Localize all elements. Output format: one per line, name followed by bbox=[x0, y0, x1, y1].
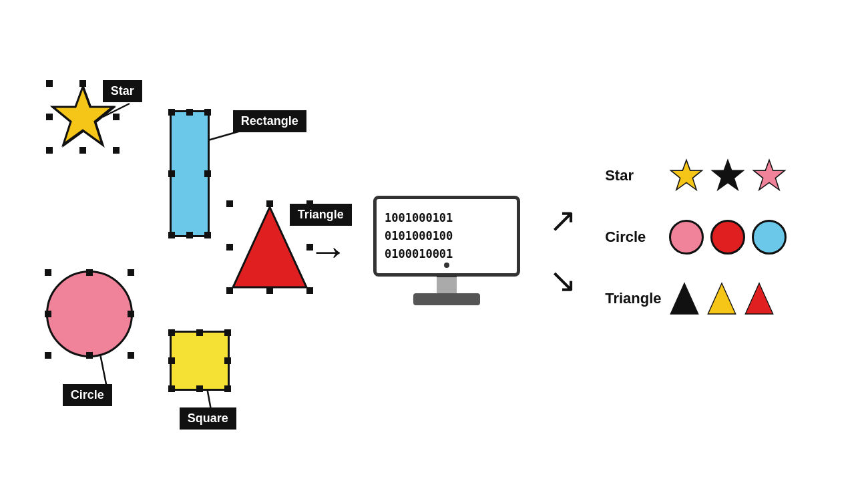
handle-tm bbox=[186, 109, 193, 116]
handle-br bbox=[306, 287, 313, 294]
binary-line-3: 0100010001 bbox=[385, 245, 509, 263]
handle-bm bbox=[86, 352, 93, 359]
double-arrow: ↗ ↘ bbox=[549, 204, 577, 297]
right-triangle-yellow bbox=[706, 281, 737, 316]
square-group bbox=[170, 331, 230, 391]
handle-tm bbox=[196, 329, 203, 336]
monitor-screen: 1001000101 0101000100 0100010001 bbox=[373, 196, 520, 277]
monitor-base bbox=[373, 277, 520, 305]
handle-tl bbox=[226, 200, 233, 207]
binary-line-1: 1001000101 bbox=[385, 209, 509, 227]
right-circle-label: Circle bbox=[605, 228, 658, 246]
right-star-black bbox=[710, 158, 745, 193]
star-label-box: Star bbox=[103, 80, 142, 102]
right-row-triangle: Triangle bbox=[605, 281, 832, 316]
handle-br bbox=[128, 352, 134, 359]
triangle-shapes-group bbox=[669, 281, 775, 316]
handle-ml bbox=[226, 244, 233, 251]
rectangle-label-box: Rectangle bbox=[233, 110, 306, 132]
handle-ml bbox=[45, 311, 51, 317]
handle-tr bbox=[204, 109, 211, 116]
svg-marker-7 bbox=[671, 160, 702, 190]
arrow-to-monitor: → bbox=[308, 228, 348, 274]
arrow-down: ↘ bbox=[549, 264, 577, 297]
monitor-neck bbox=[437, 277, 457, 293]
right-circle-blue bbox=[752, 220, 787, 255]
svg-marker-10 bbox=[670, 283, 698, 314]
right-triangle-red bbox=[744, 281, 775, 316]
right-star-yellow bbox=[669, 158, 704, 193]
handle-mr bbox=[306, 244, 313, 251]
monitor: 1001000101 0101000100 0100010001 bbox=[373, 196, 520, 306]
star-label-text: Star bbox=[111, 84, 134, 98]
right-triangle-label: Triangle bbox=[605, 290, 658, 307]
right-star-label: Star bbox=[605, 167, 658, 184]
svg-marker-12 bbox=[745, 283, 773, 314]
square-label-text: Square bbox=[188, 411, 228, 425]
handle-tl bbox=[168, 109, 175, 116]
right-star-pink bbox=[752, 158, 787, 193]
handle-bl bbox=[168, 232, 175, 238]
right-circle-red bbox=[710, 220, 745, 255]
handle-tr bbox=[128, 269, 134, 276]
handle-mr bbox=[204, 170, 211, 177]
circle-shapes-group bbox=[669, 220, 787, 255]
triangle-label-box: Triangle bbox=[290, 204, 352, 226]
svg-marker-9 bbox=[754, 160, 785, 190]
circle-label-box: Circle bbox=[63, 384, 112, 406]
triangle-label-text: Triangle bbox=[298, 208, 344, 221]
binary-line-2: 0101000100 bbox=[385, 227, 509, 245]
handle-mr bbox=[224, 357, 231, 364]
main-container: Star Rectangle bbox=[0, 0, 868, 501]
handle-bm bbox=[196, 385, 203, 392]
arrow-symbol: → bbox=[308, 228, 348, 274]
circle-shape bbox=[46, 271, 133, 357]
handle-br bbox=[204, 232, 211, 238]
rect-group bbox=[170, 110, 210, 237]
right-row-circle: Circle bbox=[605, 220, 832, 255]
handle-bm bbox=[266, 287, 273, 294]
left-section: Star Rectangle bbox=[36, 43, 283, 458]
handle-bl bbox=[226, 287, 233, 294]
arrow-up: ↗ bbox=[549, 204, 577, 237]
handle-tm bbox=[86, 269, 93, 276]
star-shapes-group bbox=[669, 158, 787, 193]
handle-ml bbox=[168, 170, 175, 177]
monitor-dot bbox=[444, 263, 449, 268]
handle-bl bbox=[45, 352, 51, 359]
handle-ml bbox=[168, 357, 175, 364]
monitor-section: 1001000101 0101000100 0100010001 bbox=[373, 196, 520, 306]
square-label-box: Square bbox=[180, 407, 236, 430]
handle-br bbox=[224, 385, 231, 392]
handle-bm bbox=[186, 232, 193, 238]
circle-label-text: Circle bbox=[71, 388, 104, 401]
rectangle-label-text: Rectangle bbox=[241, 114, 298, 128]
right-triangle-black bbox=[669, 281, 700, 316]
right-circle-pink bbox=[669, 220, 704, 255]
square-shape bbox=[170, 331, 230, 391]
handle-tl bbox=[45, 269, 51, 276]
handle-bl bbox=[168, 385, 175, 392]
circle-group bbox=[46, 271, 133, 357]
right-section: Star Circle Tria bbox=[605, 158, 832, 343]
handle-tr bbox=[224, 329, 231, 336]
monitor-foot bbox=[413, 293, 480, 305]
svg-marker-11 bbox=[708, 283, 735, 314]
handle-tm bbox=[266, 200, 273, 207]
handle-mr bbox=[128, 311, 134, 317]
rect-shape bbox=[170, 110, 210, 237]
svg-marker-8 bbox=[712, 160, 744, 190]
handle-tl bbox=[168, 329, 175, 336]
right-row-star: Star bbox=[605, 158, 832, 193]
